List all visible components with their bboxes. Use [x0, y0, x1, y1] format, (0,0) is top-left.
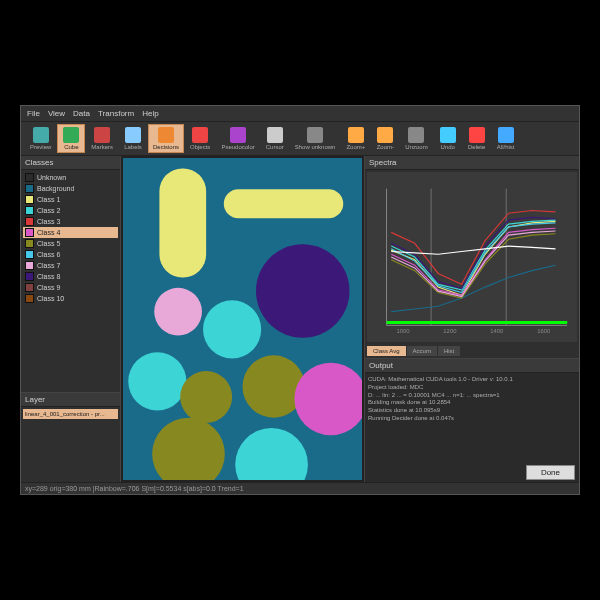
color-swatch: [25, 250, 34, 259]
delete-button[interactable]: Delete: [463, 124, 491, 153]
cursor-icon: [267, 127, 283, 143]
class-row[interactable]: Class 1: [23, 194, 118, 205]
pseudocolor-icon: [230, 127, 246, 143]
zoom--icon: [348, 127, 364, 143]
class-name: Class 5: [37, 240, 60, 247]
class-list[interactable]: UnknownBackgroundClass 1Class 2Class 3Cl…: [21, 170, 120, 392]
unzoom-icon: [408, 127, 424, 143]
class-row[interactable]: Class 6: [23, 249, 118, 260]
labels-button[interactable]: Labels: [119, 124, 147, 153]
color-swatch: [25, 239, 34, 248]
menu-help[interactable]: Help: [142, 109, 158, 118]
zoom--button[interactable]: Zoom-: [371, 124, 399, 153]
color-swatch: [25, 261, 34, 270]
class-row[interactable]: Class 3: [23, 216, 118, 227]
class-row[interactable]: Class 10: [23, 293, 118, 304]
svg-text:1400: 1400: [490, 328, 504, 334]
color-swatch: [25, 173, 34, 182]
zoom--icon: [377, 127, 393, 143]
svg-point-3: [256, 244, 349, 337]
class-row[interactable]: Class 2: [23, 205, 118, 216]
class-name: Class 7: [37, 262, 60, 269]
color-swatch: [25, 184, 34, 193]
class-row[interactable]: Class 7: [23, 260, 118, 271]
menu-transform[interactable]: Transform: [98, 109, 134, 118]
class-row[interactable]: Unknown: [23, 172, 118, 183]
zoom--button[interactable]: Zoom+: [341, 124, 370, 153]
svg-rect-2: [224, 189, 343, 218]
output-text: CUDA: Mathematical CUDA tools 1.0 - Driv…: [365, 373, 579, 463]
svg-point-7: [180, 371, 232, 423]
cube-button[interactable]: Cube: [57, 124, 85, 153]
toolbar: PreviewCubeMarkersLabelsDecisionsObjects…: [21, 122, 579, 156]
show-unknown-button[interactable]: Show unknown: [290, 124, 341, 153]
color-swatch: [25, 217, 34, 226]
tab-accum[interactable]: Accum: [407, 346, 437, 356]
class-row[interactable]: Class 5: [23, 238, 118, 249]
output-panel: Output CUDA: Mathematical CUDA tools 1.0…: [365, 358, 579, 482]
class-name: Class 1: [37, 196, 60, 203]
statusbar: xy=289 orig=380 mm |Rainbow=.706 S[m]=0.…: [21, 482, 579, 494]
all-hist-icon: [498, 127, 514, 143]
layer-item[interactable]: linear_4_001_correction - pr...: [23, 409, 118, 419]
color-swatch: [25, 206, 34, 215]
class-row[interactable]: Background: [23, 183, 118, 194]
svg-point-4: [154, 288, 202, 336]
center-pane: [121, 156, 364, 482]
menu-data[interactable]: Data: [73, 109, 90, 118]
output-title: Output: [365, 359, 579, 373]
objects-button[interactable]: Objects: [185, 124, 215, 153]
color-swatch: [25, 294, 34, 303]
svg-point-8: [243, 355, 305, 417]
preview-button[interactable]: Preview: [25, 124, 56, 153]
class-row[interactable]: Class 4: [23, 227, 118, 238]
done-button[interactable]: Done: [526, 465, 575, 480]
svg-point-6: [128, 352, 186, 410]
color-swatch: [25, 195, 34, 204]
tab-class-avg[interactable]: Class Avg: [367, 346, 406, 356]
delete-icon: [469, 127, 485, 143]
class-name: Class 9: [37, 284, 60, 291]
pseudocolor-button[interactable]: Pseudocolor: [216, 124, 259, 153]
layer-panel: Layer linear_4_001_correction - pr...: [21, 392, 120, 482]
svg-text:1600: 1600: [537, 328, 551, 334]
class-name: Background: [37, 185, 74, 192]
left-pane: Classes UnknownBackgroundClass 1Class 2C…: [21, 156, 121, 482]
classes-title: Classes: [21, 156, 120, 170]
svg-point-5: [203, 300, 261, 358]
show-unknown-icon: [307, 127, 323, 143]
class-row[interactable]: Class 9: [23, 282, 118, 293]
color-swatch: [25, 228, 34, 237]
menu-file[interactable]: File: [27, 109, 40, 118]
spectra-plot[interactable]: 1000120014001600: [367, 172, 577, 342]
undo-icon: [440, 127, 456, 143]
color-swatch: [25, 283, 34, 292]
cursor-button[interactable]: Cursor: [261, 124, 289, 153]
menu-view[interactable]: View: [48, 109, 65, 118]
markers-button[interactable]: Markers: [86, 124, 118, 153]
class-name: Class 8: [37, 273, 60, 280]
right-pane: Spectra 1000120014001600 Class AvgAccumH…: [364, 156, 579, 482]
decisions-button[interactable]: Decisions: [148, 124, 184, 153]
image-canvas[interactable]: [123, 158, 362, 480]
layer-list[interactable]: linear_4_001_correction - pr...: [21, 407, 120, 422]
markers-icon: [94, 127, 110, 143]
unzoom-button[interactable]: Unzoom: [400, 124, 432, 153]
layers-title: Layer: [21, 393, 120, 407]
class-row[interactable]: Class 8: [23, 271, 118, 282]
color-swatch: [25, 272, 34, 281]
tab-hist[interactable]: Hist: [438, 346, 460, 356]
main-area: Classes UnknownBackgroundClass 1Class 2C…: [21, 156, 579, 482]
cube-icon: [63, 127, 79, 143]
labels-icon: [125, 127, 141, 143]
svg-text:1200: 1200: [443, 328, 457, 334]
all-hist-button[interactable]: All/hist: [492, 124, 520, 153]
svg-rect-1: [159, 168, 206, 277]
class-name: Class 10: [37, 295, 64, 302]
class-name: Class 6: [37, 251, 60, 258]
decisions-icon: [158, 127, 174, 143]
undo-button[interactable]: Undo: [434, 124, 462, 153]
menubar: FileViewDataTransformHelp: [21, 106, 579, 122]
spectra-title: Spectra: [365, 156, 579, 170]
tab-row: Class AvgAccumHist: [365, 344, 579, 358]
